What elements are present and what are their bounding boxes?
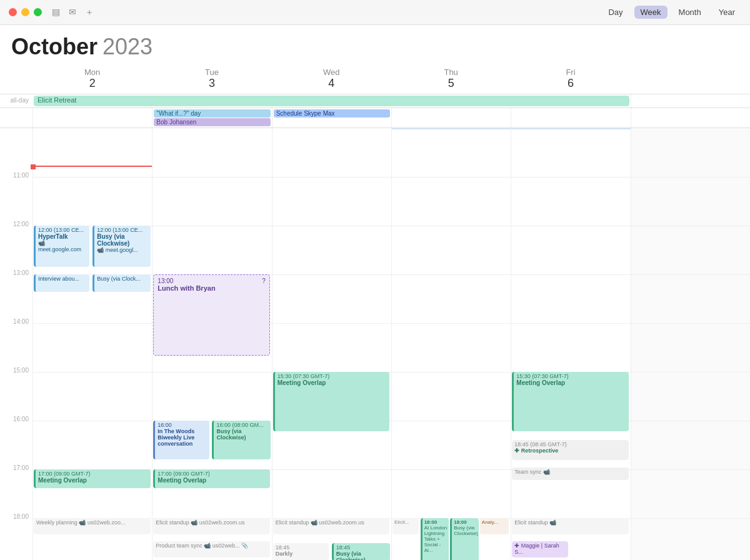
event-meeting-overlap-tue-17[interactable]: 17:00 (09:00 GMT-7) Meeting Overlap — [153, 469, 270, 488]
day-col-mon: 12:00 (13:00 CE... HyperTalk 📹 meet.goog… — [32, 128, 152, 560]
calendar-scroll-container[interactable]: 11:00 12:00 13:00 14:00 15:00 16:00 17:0… — [0, 128, 750, 560]
event-elicit-thu[interactable]: Elicit... — [392, 518, 419, 534]
event-meeting-overlap-wed-15[interactable]: 15:30 (07:30 GMT-7) Meeting Overlap — [273, 372, 390, 431]
event-elicit-standup-fri[interactable]: Elicit standup 📹 — [512, 518, 629, 534]
day-col-wed: 15:30 (07:30 GMT-7) Meeting Overlap Elic… — [272, 128, 391, 560]
event-lunch-bryan[interactable]: 13:00? Lunch with Bryan — [153, 274, 270, 356]
view-week-button[interactable]: Week — [634, 6, 668, 19]
event-time: 13:00? — [158, 278, 266, 284]
view-year-button[interactable]: Year — [712, 6, 741, 19]
event-title: Meeting Overlap — [278, 379, 388, 386]
event-meeting-overlap-fri-15[interactable]: 15:30 (07:30 GMT-7) Meeting Overlap — [512, 372, 629, 431]
add-icon[interactable]: ＋ — [85, 7, 94, 18]
view-month-button[interactable]: Month — [672, 6, 708, 19]
year-title: 2023 — [102, 34, 152, 60]
hour-line-11 — [33, 177, 152, 178]
event-title: Product team sync 📹 us02web... 📎 — [156, 542, 268, 549]
event-title: Busy (via Clockwise) — [97, 233, 148, 247]
allday2-cell-mon — [32, 108, 152, 128]
event-title: Elicit standup 📹 — [514, 519, 626, 526]
event-time: 16:00 — [158, 422, 206, 428]
allday-event-elicit-retreat[interactable]: Elicit Retreat — [34, 96, 629, 106]
event-time: 18:45 — [336, 544, 388, 551]
event-title: Lunch with Bryan — [158, 284, 266, 292]
minimize-button[interactable] — [21, 8, 29, 16]
event-product-team-sync[interactable]: Product team sync 📹 us02web... 📎 — [153, 541, 270, 558]
day-header-mon[interactable]: Mon 2 — [32, 64, 152, 94]
event-meeting-overlap-mon-17[interactable]: 17:00 (09:00 GMT-7) Meeting Overlap — [34, 469, 151, 488]
day-header-extra — [631, 64, 750, 94]
time-1700: 17:00 — [13, 464, 29, 471]
inbox-icon[interactable]: ✉ — [69, 7, 76, 18]
event-title: Darkly — [276, 551, 326, 557]
event-interview[interactable]: Interview abou... — [34, 274, 89, 292]
event-team-sync[interactable]: Team sync 📹 — [512, 468, 629, 480]
event-weekly-planning[interactable]: Weekly planning 📹 us02web.zoo... — [34, 518, 151, 534]
sidebar-toggle-icon[interactable]: ▤ — [52, 7, 60, 18]
time-1500: 15:00 — [13, 367, 29, 374]
time-col: 11:00 12:00 13:00 14:00 15:00 16:00 17:0… — [0, 128, 32, 560]
day-headers-row: Mon 2 Tue 3 Wed 4 Thu 5 Fri 6 — [0, 64, 750, 94]
time-1100: 11:00 — [13, 172, 29, 179]
close-button[interactable] — [9, 8, 17, 16]
event-title: HyperTalk — [38, 233, 87, 240]
event-title: Busy (via Clock... — [97, 276, 148, 282]
calendar-grid: 11:00 12:00 13:00 14:00 15:00 16:00 17:0… — [0, 128, 750, 560]
event-title: Analy... — [482, 519, 507, 525]
event-busy-clockwise-tue-16[interactable]: 16:00 (08:00 GM... Busy (via Clockwise) — [212, 421, 270, 459]
time-1400: 14:00 — [13, 318, 29, 325]
event-hypertalk[interactable]: 12:00 (13:00 CE... HyperTalk 📹 meet.goog… — [34, 226, 89, 267]
allday2-cell-thu — [391, 108, 511, 128]
event-link: 📹 meet.google.com — [38, 240, 87, 252]
event-title: Busy (via Clockwise) — [454, 525, 477, 536]
event-time: 17:00 (09:00 GMT-7) — [38, 471, 148, 477]
day-header-thu[interactable]: Thu 5 — [391, 64, 511, 94]
event-busy-clockwise-wed-18[interactable]: 18:45 Busy (via Clockwise) — [332, 543, 390, 560]
allday-label: all-day — [0, 94, 32, 108]
day-header-tue[interactable]: Tue 3 — [152, 64, 271, 94]
event-title: Busy (via Clockwise) — [336, 551, 388, 560]
event-title: Meeting Overlap — [38, 477, 148, 484]
event-analy[interactable]: Analy... — [480, 518, 509, 534]
event-title: Busy (via Clockwise) — [216, 428, 268, 441]
event-busy-clockwise-thu[interactable]: 18:00 Busy (via Clockwise) — [450, 518, 479, 560]
event-elicit-standup-tue[interactable]: Elicit standup 📹 us02web.zoom.us — [153, 518, 270, 534]
view-day-button[interactable]: Day — [602, 6, 629, 19]
event-elicit-standup-wed[interactable]: Elicit standup 📹 us02web.zoom.us — [273, 518, 390, 534]
allday-cell-6 — [631, 94, 750, 108]
event-title: Elicit standup 📹 us02web.zoom.us — [156, 519, 268, 526]
event-time: 15:30 (07:30 GMT-7) — [278, 373, 388, 379]
event-time: 18:00 — [454, 519, 477, 525]
event-title: Meeting Overlap — [158, 477, 268, 484]
allday2-cell-fri — [511, 108, 630, 128]
event-time: 18:00 — [424, 519, 448, 525]
hour-line-14 — [33, 323, 152, 324]
event-retrospective[interactable]: 18:45 (08:45 GMT-7) ✚ Retrospective — [512, 440, 629, 460]
event-title: ✚ Maggie | Sarah S... — [514, 542, 565, 555]
event-time: 18:45 — [276, 544, 326, 551]
event-title: Meeting Overlap — [516, 379, 626, 386]
time-1800: 18:00 — [13, 513, 29, 520]
event-title: Team sync 📹 — [514, 469, 626, 475]
allday2-cell-sat — [631, 108, 750, 128]
event-ai-london[interactable]: 18:00 AI London Lightning Talks + Social… — [421, 518, 449, 560]
day-header-wed[interactable]: Wed 4 — [272, 64, 391, 94]
day-col-fri: 15:30 (07:30 GMT-7) Meeting Overlap 18:4… — [511, 128, 630, 560]
event-maggie-sarah[interactable]: ✚ Maggie | Sarah S... — [512, 541, 568, 558]
day-header-fri[interactable]: Fri 6 — [511, 64, 630, 94]
allday-event-skype[interactable]: Schedule Skype Max — [274, 109, 390, 118]
time-1600: 16:00 — [13, 416, 29, 422]
allday-event-bob[interactable]: Bob Johansen — [154, 118, 270, 126]
event-title: Elicit... — [394, 519, 417, 525]
event-busy-clockwise-mon-12[interactable]: 12:00 (13:00 CE... Busy (via Clockwise) … — [92, 226, 151, 267]
allday-event-whatif[interactable]: "What if...?" day — [154, 109, 270, 118]
day-col-sat — [631, 128, 750, 560]
maximize-button[interactable] — [34, 8, 42, 16]
event-time: 17:00 (09:00 GMT-7) — [158, 471, 268, 477]
current-time-line — [33, 166, 152, 167]
event-busy-clock-mon-13[interactable]: Busy (via Clock... — [92, 274, 151, 292]
event-darkly[interactable]: 18:45 Darkly — [273, 543, 329, 560]
event-woods-biweekly[interactable]: 16:00 In The Woods Biweekly Live convers… — [153, 421, 209, 459]
event-title: Interview abou... — [38, 276, 87, 282]
allday2-cell-tue: "What if...?" day Bob Johansen — [152, 108, 271, 128]
